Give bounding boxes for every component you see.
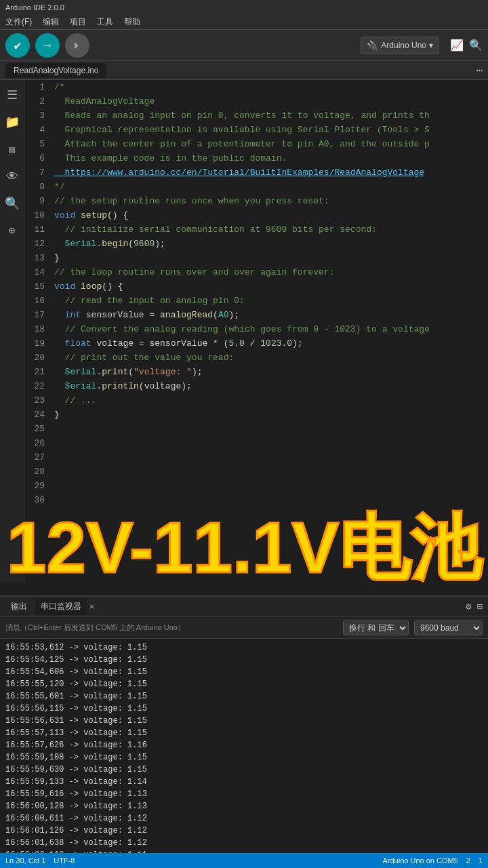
debug-button[interactable]: ⏵ (65, 33, 89, 58)
line-number: 25 (24, 422, 45, 436)
line-number: 29 (24, 479, 45, 493)
serial-line: 16:55:55,601 -> voltage: 1.15 (5, 690, 483, 703)
sidebar-icon-board[interactable]: ▤ (3, 140, 22, 159)
line-number: 28 (24, 465, 45, 479)
line-number: 23 (24, 393, 45, 408)
status-extra: 1 (479, 856, 483, 865)
serial-line: 16:56:00,128 -> voltage: 1.13 (5, 800, 483, 812)
line-number: 24 (24, 408, 45, 422)
tab-bar: ReadAnalogVoltage.ino ⋯ (0, 61, 488, 80)
line-number: 2 (24, 94, 45, 108)
code-line: ReadAnalogVoltage (54, 94, 430, 108)
line-number: 8 (24, 180, 45, 194)
code-line: // initialize serial communication at 96… (54, 222, 430, 237)
serial-line: 16:55:56,115 -> voltage: 1.15 (5, 703, 483, 715)
code-line: // Convert the analog reading (which goe… (54, 322, 430, 336)
line-number: 1 (24, 80, 45, 94)
board-selector[interactable]: 🔌 Arduino Uno ▾ (361, 37, 439, 54)
code-line: Serial.println(voltage); (54, 379, 430, 393)
sidebar-icon-debug[interactable]: 👁 (3, 167, 22, 186)
sidebar-icon-files[interactable]: 📁 (3, 113, 22, 132)
board-name: Arduino Uno (381, 41, 426, 50)
serial-icon-settings[interactable]: ⚙ (466, 601, 471, 612)
code-line: // print out the value you read: (54, 351, 430, 365)
code-line: void setup() { (54, 208, 430, 222)
serial-panel: 输出 串口监视器 ✕ ⚙ ⊟ 消息（Ctrl+Enter 后发送到 COM5 上… (0, 595, 488, 853)
line-end-select[interactable]: 换行 和 回车 换行 回车 无行尾 (343, 620, 409, 635)
serial-tab-monitor[interactable]: 串口监视器 (35, 598, 87, 615)
serial-tabs: 输出 串口监视器 ✕ ⚙ ⊟ (0, 597, 488, 617)
code-line: int sensorValue = analogRead(A0); (54, 308, 430, 322)
code-line: Reads an analog input on pin 0, converts… (54, 108, 430, 123)
menu-edit[interactable]: 编辑 (43, 16, 59, 28)
serial-line: 16:55:59,108 -> voltage: 1.15 (5, 751, 483, 764)
code-container[interactable]: 1234567891011121314151617181920212223242… (24, 80, 488, 582)
line-number: 21 (24, 365, 45, 379)
serial-line: 16:55:57,626 -> voltage: 1.16 (5, 739, 483, 751)
code-line: // read the input on analog pin 0: (54, 294, 430, 308)
serial-hint: 消息（Ctrl+Enter 后发送到 COM5 上的 Arduino Uno） (5, 623, 185, 633)
code-lines[interactable]: /* ReadAnalogVoltage Reads an analog inp… (49, 80, 430, 582)
line-number: 6 (24, 151, 45, 165)
code-line: // the setup routine runs once when you … (54, 194, 430, 208)
line-number: 17 (24, 308, 45, 322)
line-number: 10 (24, 208, 45, 222)
sidebar-icon-zoom[interactable]: ⊕ (3, 221, 22, 240)
serial-line: 16:55:53,612 -> voltage: 1.15 (5, 642, 483, 654)
serial-tab-output[interactable]: 输出 (5, 598, 33, 615)
code-line: } (54, 251, 430, 265)
line-number: 12 (24, 237, 45, 251)
line-number: 9 (24, 194, 45, 208)
baud-select[interactable]: 9600 baud 115200 baud (414, 620, 483, 635)
editor-area: ☰ 📁 ▤ 👁 🔍 ⊕ 1234567891011121314151617181… (0, 80, 488, 582)
serial-plotter-icon[interactable]: 📈 (450, 39, 464, 52)
code-line: */ (54, 180, 430, 194)
sidebar-icon-search[interactable]: 🔍 (3, 194, 22, 213)
serial-monitor-icon[interactable]: 🔍 (469, 39, 483, 52)
code-line: /* (54, 80, 430, 94)
serial-line: 16:55:54,606 -> voltage: 1.15 (5, 666, 483, 678)
line-number: 15 (24, 279, 45, 294)
code-line: } (54, 408, 430, 422)
serial-line: 16:55:56,631 -> voltage: 1.15 (5, 715, 483, 727)
line-number: 20 (24, 351, 45, 365)
sidebar-icon-menu[interactable]: ☰ (3, 85, 22, 104)
status-position: Ln 30, Col 1 (5, 856, 45, 865)
code-line: Graphical representation is available us… (54, 123, 430, 137)
code-line: Serial.begin(9600); (54, 237, 430, 251)
status-bar: Ln 30, Col 1 UTF-8 Arduino Uno on COM5 2… (0, 853, 488, 868)
serial-output[interactable]: 16:55:53,612 -> voltage: 1.1516:55:54,12… (0, 639, 488, 853)
status-board: Arduino Uno on COM5 (382, 856, 458, 865)
line-number: 26 (24, 436, 45, 450)
code-line: This example code is in the public domai… (54, 151, 430, 165)
serial-tab-close[interactable]: ✕ (89, 601, 94, 612)
serial-line: 16:56:01,126 -> voltage: 1.12 (5, 825, 483, 837)
serial-line: 16:55:59,616 -> voltage: 1.13 (5, 788, 483, 800)
serial-toolbar: 消息（Ctrl+Enter 后发送到 COM5 上的 Arduino Uno） … (0, 617, 488, 639)
line-number: 4 (24, 123, 45, 137)
board-dropdown-icon[interactable]: ▾ (429, 41, 433, 50)
serial-icon-clear[interactable]: ⊟ (477, 601, 483, 612)
code-line: Attach the center pin of a potentiometer… (54, 137, 430, 151)
status-port: 2 (466, 856, 470, 865)
file-tab[interactable]: ReadAnalogVoltage.ino (5, 63, 106, 78)
upload-button[interactable]: → (35, 33, 60, 58)
status-encoding: UTF-8 (54, 856, 75, 865)
serial-line: 16:55:59,133 -> voltage: 1.14 (5, 776, 483, 788)
serial-line: 16:55:55,120 -> voltage: 1.15 (5, 678, 483, 690)
serial-line: 16:55:54,125 -> voltage: 1.15 (5, 654, 483, 666)
menu-project[interactable]: 项目 (70, 16, 86, 28)
serial-line: 16:55:57,113 -> voltage: 1.15 (5, 727, 483, 739)
code-line: void loop() { (54, 279, 430, 294)
line-number: 7 (24, 165, 45, 180)
menu-tools[interactable]: 工具 (97, 16, 113, 28)
menu-bar: 文件(F) 编辑 项目 工具 帮助 (0, 15, 488, 30)
toolbar: ✔ → ⏵ 🔌 Arduino Uno ▾ 📈 🔍 (0, 30, 488, 61)
tab-menu-button[interactable]: ⋯ (476, 64, 483, 77)
line-number: 13 (24, 251, 45, 265)
menu-file[interactable]: 文件(F) (5, 16, 32, 28)
line-number: 11 (24, 222, 45, 237)
line-number: 16 (24, 294, 45, 308)
verify-button[interactable]: ✔ (5, 33, 30, 58)
menu-help[interactable]: 帮助 (124, 16, 140, 28)
